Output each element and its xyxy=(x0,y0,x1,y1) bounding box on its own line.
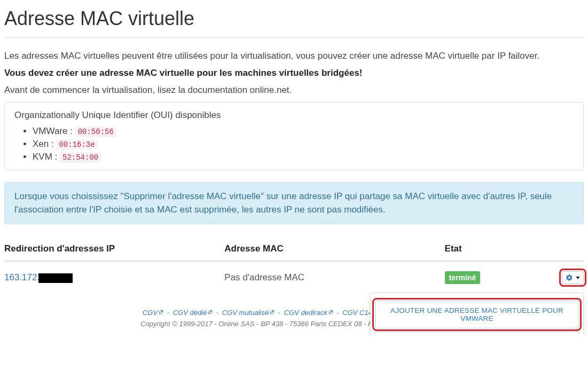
table-header-mac: Adresse MAC xyxy=(224,238,444,261)
footer-sep: - xyxy=(216,309,221,317)
footer-link-cgv-mutualise[interactable]: CGV mutualisé xyxy=(222,309,275,317)
cell-state: terminé AJOUTER UNE ADRESSE MAC VIRTUELL… xyxy=(445,261,584,294)
external-link-icon xyxy=(208,310,213,314)
oui-mac-code: 00:50:56 xyxy=(75,127,116,137)
status-badge: terminé xyxy=(445,271,481,284)
footer-sep: - xyxy=(167,309,171,317)
oui-panel: Organizationally Unique Identifier (OUI)… xyxy=(4,102,584,170)
table-header-ip: Redirection d'adresses IP xyxy=(4,238,224,261)
footer-sep: - xyxy=(336,309,341,317)
cell-mac: Pas d'adresse MAC xyxy=(224,261,444,294)
footer-link-cgv-dedie[interactable]: CGV dédié xyxy=(173,309,213,317)
intro-line-3: Avant de commencer la virtualisation, li… xyxy=(4,85,584,96)
intro-line-1: Les adresses MAC virtuelles peuvent être… xyxy=(4,51,584,61)
ip-redacted-mask xyxy=(38,273,73,283)
footer-sep: - xyxy=(278,309,283,317)
footer-link-cgv-dedirack[interactable]: CGV dedirack xyxy=(284,309,333,317)
dropdown-option-xen[interactable]: AJOUTER UNE ADRESSE MAC VIRTUELLE POUR X… xyxy=(375,332,579,334)
ip-link[interactable]: 163.172. xyxy=(4,272,40,282)
external-link-icon xyxy=(270,310,275,314)
oui-item-kvm: KVM : 52:54:00 xyxy=(33,152,574,162)
oui-label: KVM : xyxy=(33,152,60,162)
mac-table: Redirection d'adresses IP Adresse MAC Et… xyxy=(4,238,584,294)
oui-list: VMWare : 00:50:56 Xen : 00:16:3e KVM : 5… xyxy=(14,126,574,162)
external-link-icon xyxy=(159,310,163,314)
oui-mac-code: 00:16:3e xyxy=(56,139,97,150)
page-title: Adresse MAC virtuelle xyxy=(4,7,584,30)
cell-ip: 163.172. xyxy=(4,261,224,294)
external-link-icon xyxy=(328,310,333,314)
gear-icon xyxy=(566,274,573,281)
oui-label: Xen : xyxy=(33,139,56,149)
chevron-down-icon xyxy=(576,277,580,279)
oui-item-xen: Xen : 00:16:3e xyxy=(33,139,574,149)
table-header-state: Etat xyxy=(445,238,584,261)
intro-bold: Vous devez créer une adresse MAC virtuel… xyxy=(4,68,584,78)
oui-panel-heading: Organizationally Unique Identifier (OUI)… xyxy=(14,110,574,121)
row-actions-dropdown: AJOUTER UNE ADRESSE MAC VIRTUELLE POUR V… xyxy=(370,293,584,334)
footer-link-cgv[interactable]: CGV xyxy=(143,309,163,317)
title-divider xyxy=(4,37,584,38)
oui-label: VMWare : xyxy=(33,126,75,136)
oui-item-vmware: VMWare : 00:50:56 xyxy=(33,126,574,137)
dropdown-option-vmware[interactable]: AJOUTER UNE ADRESSE MAC VIRTUELLE POUR V… xyxy=(375,301,579,328)
info-alert: Lorsque vous choississez "Supprimer l'ad… xyxy=(4,182,584,224)
oui-mac-code: 52:54:00 xyxy=(60,152,101,163)
table-row: 163.172. Pas d'adresse MAC terminé AJOUT… xyxy=(4,261,584,294)
row-actions-button[interactable] xyxy=(562,271,584,284)
